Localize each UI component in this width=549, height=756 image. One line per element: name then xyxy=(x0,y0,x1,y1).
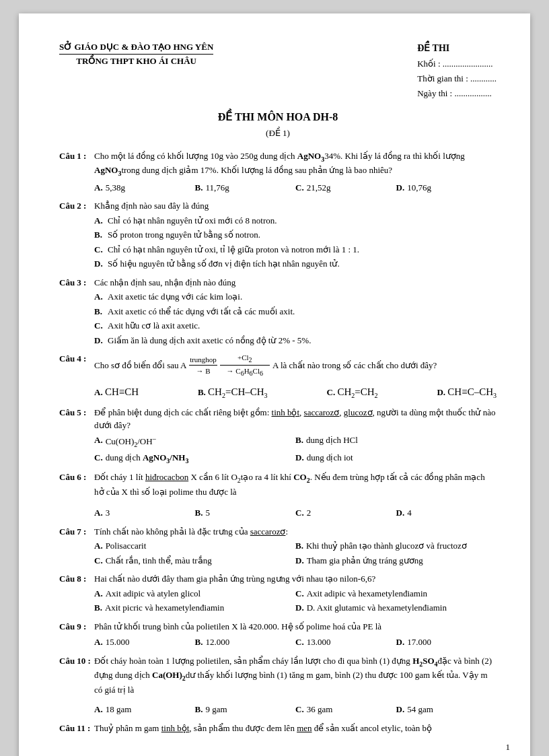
q5-opt-b: B. dung dịch HCl xyxy=(295,434,497,450)
q2-num: Câu 2 : xyxy=(59,199,94,213)
question-4: Câu 4 : Cho sơ đồ biến đổi sau A trungho… xyxy=(59,352,497,400)
q8-text: Hai chất nào dưới đây tham gia phản ứng … xyxy=(94,572,497,586)
q5-text: Để phân biệt dung dịch các chất riêng bi… xyxy=(94,406,497,432)
q7-num: Câu 7 : xyxy=(59,525,94,539)
q11-text: Thuỷ phân m gam tinh bột, sản phẩm thu đ… xyxy=(94,722,497,735)
q2-text: Khẳng định nào sau đây là đúng xyxy=(94,199,497,213)
q6-opt-c: C. 2 xyxy=(295,506,396,520)
q8-options: A. Axit adipic và atylen glicol C. Axit … xyxy=(94,587,497,615)
school-name-2: TRỒNG THPT KHO ÁI CHÂU xyxy=(59,55,213,68)
q1-options: A. 5,38g B. 11,76g C. 21,52g D. 10,76g xyxy=(94,181,497,195)
q10-opt-d: D. 54 gam xyxy=(396,703,497,716)
question-7: Câu 7 : Tính chất nào không phải là đặc … xyxy=(59,525,497,568)
thoigian-line: Thời gian thi : ............ xyxy=(417,71,497,86)
question-2: Câu 2 : Khẳng định nào sau đây là đúng A… xyxy=(59,199,497,271)
q5-opt-a: A. Cu(OH)2/OH– xyxy=(94,434,295,450)
q6-opt-d: D. 4 xyxy=(396,506,497,520)
q7-opt-c: C. Chất rắn, tinh thể, màu trắng xyxy=(94,554,295,568)
q8-opt-b: C. Axit adipic và hexametylenđiamin xyxy=(295,587,497,600)
school-name: SỞ GIÁO DỤC & ĐÀO TẠO HNG YÊN xyxy=(59,40,213,55)
q5-opt-c: C. dung dịch AgNO3/NH3 xyxy=(94,451,295,466)
q4-opt-b: B. CH2=CH–CH3 xyxy=(198,384,268,401)
q10-options: A. 18 gam B. 9 gam C. 36 gam D. 54 gam xyxy=(94,703,497,716)
q2-options: A.Chỉ có hạt nhân nguyên tử oxi mới có 8… xyxy=(94,214,497,271)
q9-options: A. 15.000 B. 12.000 C. 13.000 D. 17.000 xyxy=(94,635,497,649)
q9-opt-d: D. 17.000 xyxy=(396,635,497,649)
khoi-line: Khối : ....................... xyxy=(417,57,497,71)
q3-options: A.Axit axetic tác dụng với các kim loại.… xyxy=(94,290,497,347)
q5-opt-d: D. dung dịch iot xyxy=(295,451,497,466)
q4-num: Câu 4 : xyxy=(59,352,94,378)
q4-opt-c: C. CH2=CH2 xyxy=(327,384,378,401)
exam-subtitle: (ĐỀ 1) xyxy=(59,127,497,140)
exam-page: SỞ GIÁO DỤC & ĐÀO TẠO HNG YÊN TRỒNG THPT… xyxy=(19,13,530,756)
q8-opt-a: A. Axit adipic và atylen glicol xyxy=(94,587,295,600)
question-10: Câu 10 : Đốt cháy hoàn toàn 1 lượng poli… xyxy=(59,654,497,716)
question-1: Câu 1 : Cho một lá đồng có khối lượng 10… xyxy=(59,149,497,195)
question-3: Câu 3 : Các nhận định sau, nhận định nào… xyxy=(59,276,497,347)
q11-num: Câu 11 : xyxy=(59,722,94,735)
header-right: ĐỀ THI Khối : ....................... Th… xyxy=(417,40,497,101)
q7-opt-b: B. Khi thuỷ phân tạo thành glucozơ và fr… xyxy=(295,539,497,553)
q8-opt-d: D. D. Axit glutamic và hexametylenđiamin xyxy=(295,601,497,615)
q5-options: A. Cu(OH)2/OH– B. dung dịch HCl C. dung … xyxy=(94,434,497,466)
q10-opt-a: A. 18 gam xyxy=(94,703,195,716)
header-left: SỞ GIÁO DỤC & ĐÀO TẠO HNG YÊN TRỒNG THPT… xyxy=(59,40,213,67)
ngaythi-line: Ngày thi : ................. xyxy=(417,86,497,101)
q4-opt-a: A. CH≡CH xyxy=(94,384,139,400)
q6-text: Đốt cháy 1 lít hiđrocacbon X cần 6 lít O… xyxy=(94,471,497,498)
q3-num: Câu 3 : xyxy=(59,276,94,289)
q6-num: Câu 6 : xyxy=(59,471,94,498)
q7-text: Tính chất nào không phải là đặc trưng củ… xyxy=(94,525,497,539)
q6-opt-a: A. 3 xyxy=(94,506,195,520)
q5-num: Câu 5 : xyxy=(59,406,94,432)
q8-opt-c: B. Axit picric và hexametylenđiamin xyxy=(94,601,295,615)
q1-opt-c: C. 21,52g xyxy=(295,181,396,195)
q8-num: Câu 8 : xyxy=(59,572,94,586)
question-11: Câu 11 : Thuỷ phân m gam tinh bột, sản p… xyxy=(59,722,497,735)
q9-num: Câu 9 : xyxy=(59,620,94,633)
question-5: Câu 5 : Để phân biệt dung dịch các chất … xyxy=(59,406,497,466)
q9-opt-a: A. 15.000 xyxy=(94,635,195,649)
q10-text: Đốt cháy hoàn toàn 1 lượng polietilen, s… xyxy=(94,654,497,697)
exam-title: ĐỀ THI MÔN HOA DH-8 xyxy=(59,109,497,125)
q7-options: A. Polisaccarit B. Khi thuỷ phân tạo thà… xyxy=(94,539,497,567)
question-6: Câu 6 : Đốt cháy 1 lít hiđrocacbon X cần… xyxy=(59,471,497,520)
q10-opt-c: C. 36 gam xyxy=(295,703,396,716)
q4-opt-d: D. CH≡C–CH3 xyxy=(437,384,497,401)
q9-opt-b: B. 12.000 xyxy=(195,635,296,649)
q10-num: Câu 10 : xyxy=(59,654,94,697)
de-thi-title: ĐỀ THI xyxy=(417,40,497,57)
q9-opt-c: C. 13.000 xyxy=(295,635,396,649)
q9-text: Phân tử khối trung bình của polietilen X… xyxy=(94,620,497,633)
question-8: Câu 8 : Hai chất nào dưới đây tham gia p… xyxy=(59,572,497,615)
header: SỞ GIÁO DỤC & ĐÀO TẠO HNG YÊN TRỒNG THPT… xyxy=(59,40,497,101)
q7-opt-d: D. Tham gia phản ứng tráng gương xyxy=(295,554,497,568)
q1-text: Cho một lá đồng có khối lượng 10g vào 25… xyxy=(94,149,497,178)
q1-opt-b: B. 11,76g xyxy=(195,181,296,195)
q1-opt-a: A. 5,38g xyxy=(94,181,195,195)
q6-options: A. 3 B. 5 C. 2 D. 4 xyxy=(94,506,497,520)
q7-opt-a: A. Polisaccarit xyxy=(94,539,295,553)
q1-num: Câu 1 : xyxy=(59,149,94,178)
q1-opt-d: D. 10,76g xyxy=(396,181,497,195)
q4-text: Cho sơ đồ biến đổi sau A trunghop → B +C… xyxy=(94,352,497,378)
q3-text: Các nhận định sau, nhận định nào đúng xyxy=(94,276,497,289)
page-number: 1 xyxy=(506,741,511,754)
q6-opt-b: B. 5 xyxy=(195,506,296,520)
question-9: Câu 9 : Phân tử khối trung bình của poli… xyxy=(59,620,497,649)
q10-opt-b: B. 9 gam xyxy=(195,703,296,716)
